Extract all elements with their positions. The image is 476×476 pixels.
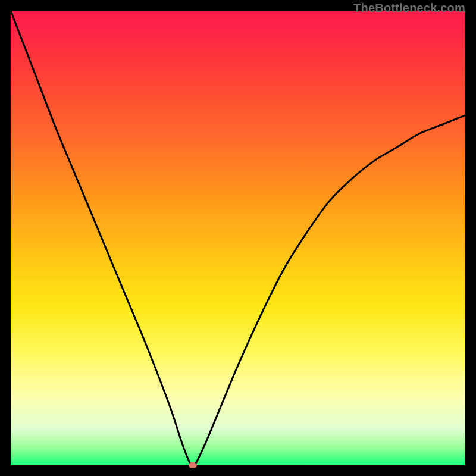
optimal-point-marker: [189, 462, 197, 468]
curve-layer: [11, 11, 465, 465]
chart-container: TheBottleneck.com: [0, 0, 476, 476]
bottleneck-curve-line: [11, 11, 465, 465]
watermark-text: TheBottleneck.com: [353, 1, 465, 15]
